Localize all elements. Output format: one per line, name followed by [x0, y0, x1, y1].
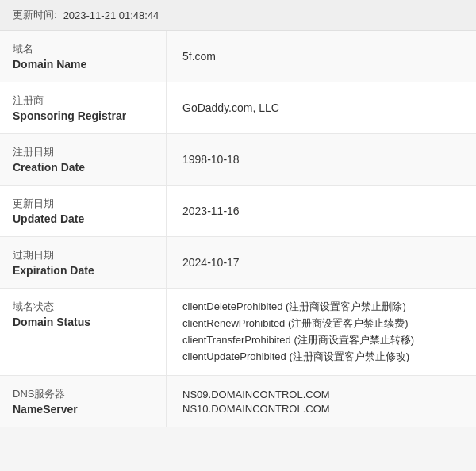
- table-row: 注册商Sponsoring RegistrarGoDaddy.com, LLC: [0, 82, 476, 134]
- label-zh: 过期日期: [13, 248, 153, 262]
- label-cell: 域名Domain Name: [0, 31, 167, 82]
- label-en: Updated Date: [13, 213, 153, 225]
- value-line: clientDeleteProhibited (注册商设置客户禁止删除): [182, 300, 460, 314]
- value-cell: 2023-11-16: [167, 186, 476, 236]
- table-row: 域名Domain Name5f.com: [0, 31, 476, 82]
- label-zh: 域名: [13, 42, 153, 56]
- label-en: NameServer: [13, 403, 153, 415]
- value-cell: 5f.com: [167, 31, 476, 82]
- label-cell: 注册商Sponsoring Registrar: [0, 82, 167, 133]
- value-cell: GoDaddy.com, LLC: [167, 82, 476, 133]
- label-en: Domain Status: [13, 316, 153, 328]
- label-zh: 域名状态: [13, 300, 153, 314]
- value-cell: NS09.DOMAINCONTROL.COMNS10.DOMAINCONTROL…: [167, 376, 476, 427]
- label-zh: 注册商: [13, 94, 153, 108]
- label-en: Domain Name: [13, 58, 153, 71]
- update-time-value: 2023-11-21 01:48:44: [63, 10, 159, 21]
- value-line: clientTransferProhibited (注册商设置客户禁止转移): [182, 333, 460, 347]
- whois-table: 更新时间: 2023-11-21 01:48:44 域名Domain Name5…: [0, 0, 476, 427]
- label-en: Expiration Date: [13, 264, 153, 277]
- table-row: DNS服务器NameServerNS09.DOMAINCONTROL.COMNS…: [0, 376, 476, 427]
- value-cell: 1998-10-18: [167, 134, 476, 185]
- label-cell: 域名状态Domain Status: [0, 289, 167, 375]
- label-zh: DNS服务器: [13, 387, 153, 401]
- value-cell: clientDeleteProhibited (注册商设置客户禁止删除)clie…: [167, 289, 476, 375]
- update-time-label: 更新时间:: [13, 8, 57, 22]
- label-cell: 更新日期Updated Date: [0, 186, 167, 236]
- value-line: NS10.DOMAINCONTROL.COM: [182, 403, 460, 415]
- label-cell: 注册日期Creation Date: [0, 134, 167, 185]
- label-en: Creation Date: [13, 161, 153, 174]
- label-zh: 更新日期: [13, 197, 153, 211]
- label-zh: 注册日期: [13, 145, 153, 159]
- value-line: clientUpdateProhibited (注册商设置客户禁止修改): [182, 350, 460, 364]
- table-row: 过期日期Expiration Date2024-10-17: [0, 237, 476, 289]
- table-row: 更新日期Updated Date2023-11-16: [0, 186, 476, 237]
- value-line: clientRenewProhibited (注册商设置客户禁止续费): [182, 316, 460, 331]
- value-line: NS09.DOMAINCONTROL.COM: [182, 389, 460, 400]
- table-row: 域名状态Domain StatusclientDeleteProhibited …: [0, 289, 476, 376]
- label-en: Sponsoring Registrar: [13, 109, 153, 122]
- label-cell: 过期日期Expiration Date: [0, 237, 167, 288]
- table-row: 注册日期Creation Date1998-10-18: [0, 134, 476, 186]
- label-cell: DNS服务器NameServer: [0, 376, 167, 427]
- update-time-row: 更新时间: 2023-11-21 01:48:44: [0, 0, 476, 31]
- value-cell: 2024-10-17: [167, 237, 476, 288]
